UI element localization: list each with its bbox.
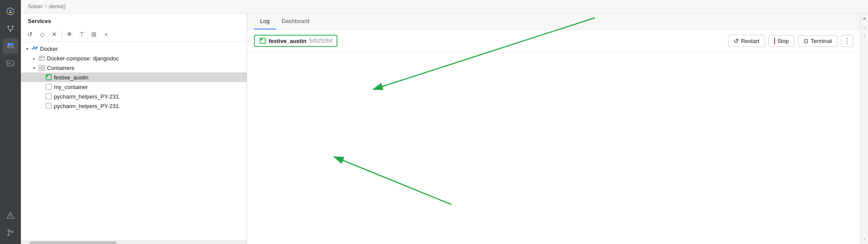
services-title: Services	[21, 13, 247, 27]
eye-icon: 👁	[862, 16, 867, 21]
sidebar-icon-warning[interactable]	[3, 208, 18, 223]
svg-point-12	[8, 234, 10, 236]
tabs-bar: Log Dashboard	[247, 13, 860, 30]
festive-austin-label: festive_austin	[54, 74, 89, 81]
more-icon: ⋮	[844, 37, 851, 45]
compose-icon	[38, 55, 45, 62]
pycharm-2-label: pycharm_helpers_PY-231.	[54, 103, 120, 109]
svg-rect-18	[33, 46, 35, 48]
sidebar-icon-branch[interactable]	[3, 225, 18, 241]
tree-toolbar: ↺ ◇ ✕ 👁 ⊤ ⊞ +	[21, 27, 247, 42]
filter-button[interactable]: ⊤	[76, 29, 87, 40]
refresh-button[interactable]: ↺	[24, 29, 36, 40]
containers-label: Containers	[47, 65, 74, 71]
restart-label: Restart	[741, 38, 759, 44]
breadcrumb-root: Solver	[28, 3, 43, 10]
compose-expand-arrow	[31, 56, 37, 61]
terminal-label: Terminal	[811, 38, 832, 44]
tree-item-my-container[interactable]: my_container	[21, 82, 247, 92]
containers-icon	[38, 64, 45, 71]
tree-item-festive-austin[interactable]: festive_austin	[21, 73, 247, 82]
right-panel: Log Dashboard festive_austin 54525264	[247, 13, 860, 244]
svg-point-7	[8, 46, 9, 47]
log-content	[247, 53, 860, 244]
panel-wrapper: Log Dashboard festive_austin 54525264	[247, 13, 868, 244]
svg-rect-27	[42, 69, 45, 71]
tree-horizontal-scrollbar[interactable]	[21, 241, 247, 244]
sidebar	[0, 0, 21, 244]
more-button[interactable]: ⋮	[841, 35, 853, 47]
stop-button[interactable]: Stop	[768, 35, 795, 47]
tree-item-pycharm-2[interactable]: pycharm_helpers_PY-231.	[21, 101, 247, 111]
svg-point-20	[37, 46, 37, 47]
svg-point-6	[8, 44, 9, 45]
right-scrollbar: 👁 ↑ ↓ ›	[860, 13, 868, 244]
service-header: festive_austin 54525264 ↺ Restart Sto	[247, 30, 860, 53]
pycharm-2-status-icon	[45, 102, 52, 109]
service-id: 54525264	[309, 38, 332, 44]
tab-dashboard[interactable]: Dashboard	[276, 13, 316, 30]
pycharm-1-label: pycharm_helpers_PY-231.	[54, 93, 120, 100]
tree-item-compose[interactable]: Docker-compose: djangodoc	[21, 53, 247, 63]
svg-point-2	[12, 26, 13, 27]
main-content: Solver > demo() Services ↺ ◇ ✕ 👁 ⊤ ⊞ +	[21, 0, 868, 244]
restart-button[interactable]: ↺ Restart	[728, 35, 765, 47]
festive-austin-status-icon	[45, 74, 52, 81]
docker-icon	[31, 45, 38, 52]
restart-icon: ↺	[734, 37, 739, 44]
scroll-right-button[interactable]: ›	[861, 235, 868, 242]
service-name-badge: festive_austin 54525264	[254, 35, 337, 47]
svg-rect-25	[42, 65, 45, 68]
service-badge-icon	[259, 37, 266, 44]
scroll-eye-button[interactable]: 👁	[861, 15, 868, 22]
tree-item-docker[interactable]: Docker	[21, 44, 247, 53]
toolbar-separator-1	[62, 30, 62, 38]
scroll-up-button[interactable]: ↑	[861, 24, 868, 31]
svg-rect-26	[39, 69, 41, 71]
add-button[interactable]: +	[100, 29, 112, 40]
containers-expand-arrow	[31, 65, 37, 70]
breadcrumb: Solver > demo()	[21, 0, 868, 13]
sidebar-icon-python[interactable]	[3, 3, 18, 19]
tree-item-pycharm-1[interactable]: pycharm_helpers_PY-231.	[21, 92, 247, 101]
action-buttons: ↺ Restart Stop ⊡ Terminal	[728, 35, 853, 47]
my-container-status-icon	[45, 83, 52, 90]
sidebar-icon-git[interactable]	[3, 21, 18, 36]
tab-log[interactable]: Log	[254, 13, 276, 30]
svg-point-0	[7, 8, 14, 15]
view-button[interactable]: 👁	[64, 29, 75, 40]
svg-rect-16	[33, 48, 35, 49]
svg-rect-14	[32, 48, 33, 49]
terminal-button[interactable]: ⊡ Terminal	[798, 35, 838, 47]
tree-scrollbar-thumb[interactable]	[30, 241, 117, 244]
stop-label: Stop	[777, 38, 789, 44]
svg-rect-24	[39, 65, 41, 68]
close-button[interactable]: ✕	[49, 29, 60, 40]
svg-point-1	[7, 26, 9, 27]
tree-item-containers[interactable]: Containers	[21, 63, 247, 73]
add-service-button[interactable]: ⊞	[88, 29, 100, 40]
terminal-icon: ⊡	[804, 38, 808, 44]
compose-label: Docker-compose: djangodoc	[47, 55, 119, 62]
collapse-button[interactable]: ◇	[37, 29, 48, 40]
svg-point-10	[10, 217, 11, 218]
my-container-label: my_container	[54, 84, 88, 90]
docker-expand-arrow	[24, 46, 30, 51]
svg-rect-21	[39, 56, 44, 60]
breadcrumb-current: demo()	[49, 3, 66, 10]
services-panel: Services ↺ ◇ ✕ 👁 ⊤ ⊞ +	[21, 13, 247, 244]
services-area: Services ↺ ◇ ✕ 👁 ⊤ ⊞ +	[21, 13, 868, 244]
stop-icon	[774, 38, 775, 44]
svg-point-13	[11, 231, 13, 233]
tree-container: Docker Docker-compose: djangodoc	[21, 42, 247, 241]
pycharm-1-status-icon	[45, 93, 52, 100]
service-name: festive_austin	[269, 38, 307, 44]
sidebar-icon-terminal[interactable]	[3, 56, 18, 71]
sidebar-icon-services[interactable]	[3, 38, 18, 54]
scroll-down-button[interactable]: ↓	[861, 33, 868, 40]
docker-label: Docker	[40, 46, 58, 52]
breadcrumb-separator: >	[44, 3, 47, 10]
